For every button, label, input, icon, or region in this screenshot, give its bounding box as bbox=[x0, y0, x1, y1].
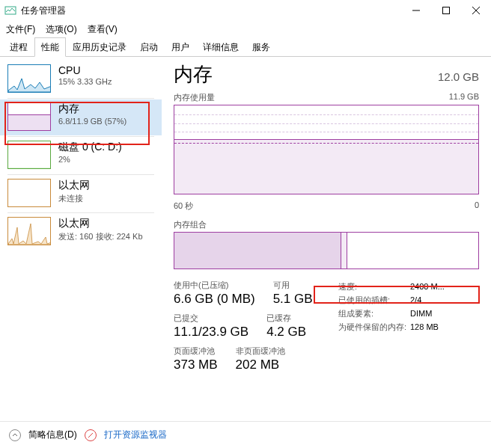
info-key: 已使用的插槽: bbox=[338, 295, 410, 306]
menu-file[interactable]: 文件(F) bbox=[6, 23, 35, 36]
ethernet-thumbnail bbox=[7, 217, 51, 245]
tab-users[interactable]: 用户 bbox=[165, 37, 196, 56]
stat-label: 使用中(已压缩) bbox=[174, 280, 255, 291]
stat-value: 4.2 GB bbox=[266, 325, 306, 340]
stat-label: 可用 bbox=[273, 280, 313, 291]
app-icon bbox=[4, 4, 16, 16]
sidebar-item-disk[interactable]: 磁盘 0 (C: D:)2% bbox=[0, 138, 162, 174]
close-button[interactable] bbox=[461, 0, 491, 21]
sidebar-item-label: CPU bbox=[58, 64, 112, 76]
graph-xlabel: 60 秒 bbox=[174, 200, 193, 212]
sidebar-item-sub: 发送: 160 接收: 224 Kb bbox=[58, 231, 143, 242]
graph-usage-max: 11.9 GB bbox=[449, 92, 479, 103]
sidebar-item-sub: 未连接 bbox=[58, 193, 90, 204]
memory-usage-graph bbox=[174, 105, 479, 194]
maximize-button[interactable] bbox=[431, 0, 461, 21]
sidebar-item-ethernet-2[interactable]: 以太网发送: 160 接收: 224 Kb bbox=[0, 214, 162, 250]
sidebar-item-label: 内存 bbox=[58, 102, 126, 116]
cpu-thumbnail bbox=[7, 64, 51, 93]
tablist: 进程 性能 应用历史记录 启动 用户 详细信息 服务 bbox=[0, 37, 491, 57]
sidebar-item-sub: 2% bbox=[58, 155, 122, 164]
sidebar-item-label: 磁盘 0 (C: D:) bbox=[58, 141, 122, 154]
content: 内存 12.0 GB 内存使用量11.9 GB 60 秒0 内存组合 使用中(已… bbox=[162, 57, 491, 416]
graph-usage-label: 内存使用量 bbox=[174, 92, 215, 103]
sidebar-item-ethernet-1[interactable]: 以太网未连接 bbox=[0, 176, 162, 212]
stat-label: 已缓存 bbox=[266, 313, 306, 324]
tab-services[interactable]: 服务 bbox=[246, 37, 277, 56]
menubar: 文件(F) 选项(O) 查看(V) bbox=[0, 21, 491, 37]
page-title: 内存 bbox=[174, 61, 213, 88]
sidebar-item-memory[interactable]: 内存6.8/11.9 GB (57%) bbox=[0, 99, 162, 135]
footer: 简略信息(D) 打开资源监视器 bbox=[0, 421, 491, 448]
tab-startup[interactable]: 启动 bbox=[133, 37, 165, 56]
sidebar-item-cpu[interactable]: CPU15% 3.33 GHz bbox=[0, 61, 162, 97]
sidebar-item-sub: 15% 3.33 GHz bbox=[58, 77, 112, 86]
info-key: 速度: bbox=[338, 281, 410, 292]
tab-processes[interactable]: 进程 bbox=[3, 37, 34, 56]
tab-app-history[interactable]: 应用历史记录 bbox=[66, 37, 133, 56]
stat-value: 202 MB bbox=[236, 358, 285, 372]
info-key: 为硬件保留的内存: bbox=[338, 322, 410, 333]
sidebar-item-label: 以太网 bbox=[58, 217, 143, 230]
graph-composition-label: 内存组合 bbox=[174, 219, 479, 230]
info-value: 2/4 bbox=[410, 295, 421, 304]
memory-thumbnail bbox=[7, 102, 51, 131]
titlebar: 任务管理器 bbox=[0, 0, 491, 21]
info-value: 2400 M... bbox=[410, 282, 445, 291]
window-title: 任务管理器 bbox=[21, 4, 401, 17]
open-resource-monitor-link[interactable]: 打开资源监视器 bbox=[104, 429, 167, 441]
info-key: 组成要素: bbox=[338, 308, 410, 319]
minimize-button[interactable] bbox=[401, 0, 431, 21]
stat-label: 非页面缓冲池 bbox=[236, 346, 285, 357]
sidebar-item-sub: 6.8/11.9 GB (57%) bbox=[58, 117, 126, 126]
menu-view[interactable]: 查看(V) bbox=[88, 23, 118, 36]
stat-value: 373 MB bbox=[174, 358, 218, 372]
sidebar: CPU15% 3.33 GHz 内存6.8/11.9 GB (57%) 磁盘 0… bbox=[0, 57, 162, 416]
stat-value: 6.6 GB (0 MB) bbox=[174, 292, 255, 307]
stat-label: 页面缓冲池 bbox=[174, 346, 218, 357]
resmon-icon bbox=[85, 429, 97, 441]
svg-rect-2 bbox=[443, 7, 450, 14]
graph-xright: 0 bbox=[475, 200, 479, 212]
svg-line-5 bbox=[88, 433, 93, 438]
stat-value: 5.1 GB bbox=[273, 292, 313, 307]
info-value: 128 MB bbox=[410, 322, 439, 331]
memory-composition-graph bbox=[174, 232, 479, 269]
stat-label: 已提交 bbox=[174, 313, 248, 324]
tab-performance[interactable]: 性能 bbox=[34, 37, 66, 57]
memory-info-table: 速度:2400 M... 已使用的插槽:2/4 组成要素:DIMM 为硬件保留的… bbox=[338, 280, 445, 372]
fewer-details-link[interactable]: 简略信息(D) bbox=[28, 429, 77, 441]
ethernet-thumbnail bbox=[7, 179, 51, 207]
info-value: DIMM bbox=[410, 309, 432, 318]
stat-value: 11.1/23.9 GB bbox=[174, 325, 248, 340]
tab-details[interactable]: 详细信息 bbox=[196, 37, 246, 56]
chevron-up-icon[interactable] bbox=[9, 429, 21, 441]
window-controls bbox=[401, 0, 491, 21]
menu-options[interactable]: 选项(O) bbox=[46, 23, 76, 36]
disk-thumbnail bbox=[7, 141, 51, 169]
sidebar-item-label: 以太网 bbox=[58, 179, 90, 192]
total-memory: 12.0 GB bbox=[438, 70, 479, 83]
